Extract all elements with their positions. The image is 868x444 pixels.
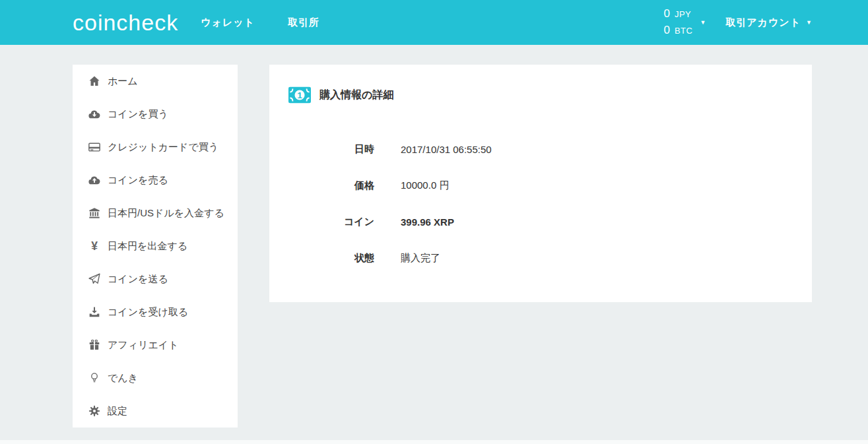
detail-value: 399.96 XRP xyxy=(401,216,454,228)
header-right: 0 JPY 0 BTC ▼ 取引アカウント ▼ xyxy=(663,6,813,39)
sidebar-item-label: 日本円/USドルを入金する xyxy=(108,207,224,220)
top-nav: ウォレット 取引所 xyxy=(201,16,352,29)
sidebar-item-label: 日本円を出金する xyxy=(108,240,187,253)
balance-row: 0 JPY xyxy=(663,6,692,22)
chevron-down-icon: ▼ xyxy=(700,20,706,26)
sidebar-item-sell-coins[interactable]: コインを売る xyxy=(73,164,238,197)
top-header: coincheck ウォレット 取引所 0 JPY 0 BTC ▼ 取引アカウン… xyxy=(0,0,868,45)
page-title: 購入情報の詳細 xyxy=(319,88,393,102)
sidebar-item-label: ホーム xyxy=(108,75,138,88)
sidebar-item-home[interactable]: ホーム xyxy=(73,65,238,98)
detail-value: 購入完了 xyxy=(401,252,440,265)
sidebar-item-buy-credit-card[interactable]: クレジットカードで買う xyxy=(73,131,238,164)
sidebar-item-settings[interactable]: 設定 xyxy=(73,395,238,428)
sidebar-item-denki[interactable]: でんき xyxy=(73,362,238,395)
sidebar-item-label: コインを売る xyxy=(108,174,168,187)
sidebar-item-label: コインを買う xyxy=(108,108,168,121)
card-header: 購入情報の詳細 xyxy=(269,65,812,104)
bank-icon xyxy=(88,206,101,220)
balance-rows: 0 JPY 0 BTC xyxy=(663,6,692,39)
lightbulb-icon xyxy=(88,371,101,385)
cloud-upload-icon xyxy=(88,174,101,187)
sidebar-menu: ホーム コインを買う クレジットカードで買う コインを売る 日本円/USドルを入… xyxy=(73,65,238,428)
chevron-down-icon: ▼ xyxy=(806,20,813,26)
balance-unit: JPY xyxy=(675,7,691,22)
gear-icon xyxy=(88,404,101,418)
sidebar-item-label: コインを送る xyxy=(108,273,168,286)
footer-strip xyxy=(0,440,868,444)
balance-unit: BTC xyxy=(675,23,693,39)
home-icon xyxy=(88,75,101,88)
paper-plane-icon xyxy=(88,272,101,286)
sidebar-item-receive-coins[interactable]: コインを受け取る xyxy=(73,296,238,329)
sidebar-item-label: クレジットカードで買う xyxy=(108,141,218,154)
detail-row-price: 価格 10000.0 円 xyxy=(269,168,812,204)
cloud-download-icon xyxy=(88,108,101,121)
sidebar-item-affiliate[interactable]: アフィリエイト xyxy=(73,329,238,362)
gift-icon xyxy=(88,338,101,352)
detail-label: コイン xyxy=(269,216,374,228)
yen-icon xyxy=(88,239,101,253)
detail-rows: 日時 2017/10/31 06:55:50 価格 10000.0 円 コイン … xyxy=(269,131,812,276)
sidebar-item-buy-coins[interactable]: コインを買う xyxy=(73,98,238,131)
balance-amount: 0 xyxy=(663,22,669,38)
balance-dropdown[interactable]: 0 JPY 0 BTC ▼ xyxy=(663,6,706,39)
detail-row-status: 状態 購入完了 xyxy=(269,240,812,276)
nav-item-exchange[interactable]: 取引所 xyxy=(288,16,319,29)
balance-amount: 0 xyxy=(663,6,669,22)
detail-label: 日時 xyxy=(269,143,374,156)
detail-value: 10000.0 円 xyxy=(401,179,449,192)
sidebar-item-label: アフィリエイト xyxy=(108,339,178,352)
detail-value: 2017/10/31 06:55:50 xyxy=(401,144,492,155)
sidebar-item-label: 設定 xyxy=(108,405,127,418)
detail-row-coin: コイン 399.96 XRP xyxy=(269,204,812,240)
credit-card-icon xyxy=(88,141,101,154)
balance-row: 0 BTC xyxy=(663,22,692,39)
account-menu-dropdown[interactable]: 取引アカウント ▼ xyxy=(725,16,813,29)
account-menu-label: 取引アカウント xyxy=(725,16,801,29)
detail-label: 価格 xyxy=(269,179,374,192)
inbox-download-icon xyxy=(88,305,101,319)
sidebar-item-label: でんき xyxy=(108,372,138,385)
nav-item-wallet[interactable]: ウォレット xyxy=(201,16,255,29)
detail-row-datetime: 日時 2017/10/31 06:55:50 xyxy=(269,131,812,168)
coincheck-logo[interactable]: coincheck xyxy=(73,11,178,34)
sidebar-item-withdraw-jpy[interactable]: 日本円を出金する xyxy=(73,230,238,263)
detail-label: 状態 xyxy=(269,252,374,265)
sidebar-item-send-coins[interactable]: コインを送る xyxy=(73,263,238,296)
purchase-detail-card: 購入情報の詳細 日時 2017/10/31 06:55:50 価格 10000.… xyxy=(269,65,812,302)
money-icon xyxy=(288,86,311,104)
sidebar-item-label: コインを受け取る xyxy=(108,306,188,319)
sidebar-item-deposit-jpy-usd[interactable]: 日本円/USドルを入金する xyxy=(73,197,238,230)
